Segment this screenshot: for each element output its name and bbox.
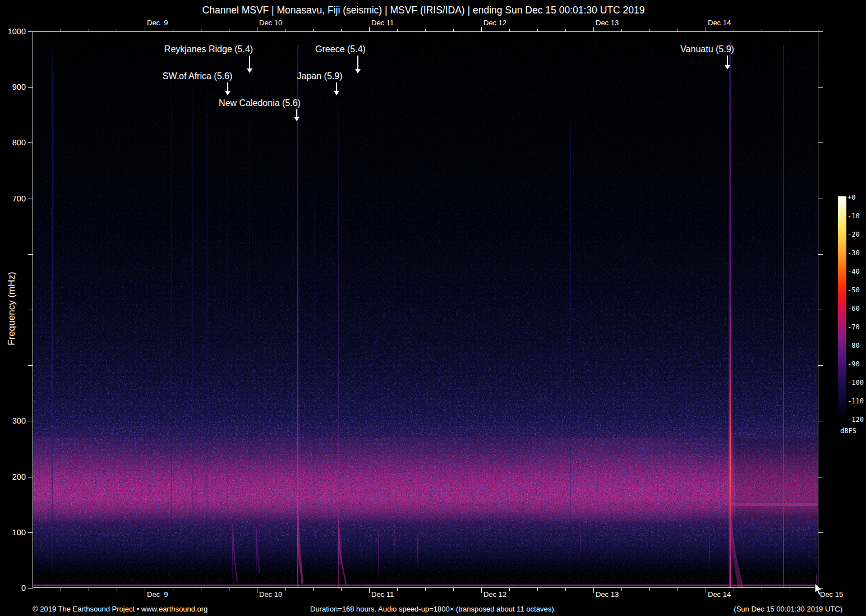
x-minor-tick-bottom <box>537 588 538 591</box>
x-minor-tick-bottom <box>89 588 89 591</box>
x-date-label-top: Dec 14 <box>708 19 731 27</box>
y-tick-left <box>28 254 33 255</box>
zero-hz-line-bright <box>33 585 818 586</box>
y-tick-label: 100 <box>0 528 26 537</box>
x-minor-tick-bottom <box>397 588 398 591</box>
x-minor-tick-top <box>734 29 734 31</box>
y-tick-left <box>28 421 33 421</box>
y-tick-right <box>818 365 823 366</box>
colorbar-tick-label: -110 <box>847 397 864 405</box>
event-arrow-head <box>225 91 231 95</box>
x-major-tick-bottom <box>481 588 482 593</box>
x-major-tick-top <box>481 27 482 31</box>
event-arrow-shaft <box>336 82 337 91</box>
x-minor-tick-top <box>229 29 229 31</box>
x-minor-tick-bottom <box>509 588 510 591</box>
x-minor-tick-top <box>790 29 790 31</box>
x-minor-tick-bottom <box>678 588 678 591</box>
x-minor-tick-top <box>565 29 566 31</box>
colorbar-tick-label: -100 <box>847 379 864 387</box>
y-tick-right <box>818 532 823 533</box>
event-streak <box>783 45 784 587</box>
colorbar-tick-label: -40 <box>847 268 860 275</box>
y-tick-left <box>28 365 33 366</box>
event-streak <box>314 168 314 561</box>
x-date-label-bottom: Dec 10 <box>259 590 282 599</box>
x-minor-tick-bottom <box>565 588 566 591</box>
spectrogram-plot-area <box>33 31 818 588</box>
event-label: SW.of Africa (5.6) <box>163 71 232 81</box>
spectrogram-figure: Channel MSVF | Monasavu, Fiji (seismic) … <box>0 0 866 616</box>
y-tick-right <box>818 199 823 199</box>
x-minor-tick-top <box>425 29 426 31</box>
x-date-label-bottom: Dec 9 <box>147 590 168 599</box>
event-arrow-head <box>247 68 252 73</box>
x-minor-tick-top <box>341 29 342 31</box>
x-minor-tick-top <box>762 29 762 31</box>
event-streak <box>570 115 570 583</box>
y-tick-left <box>28 532 33 533</box>
y-tick-left <box>28 31 33 32</box>
colorbar-title: dBFS <box>840 427 856 435</box>
event-arrow-shaft <box>727 56 728 66</box>
x-major-tick-bottom <box>257 588 257 593</box>
footer-copyright: © 2019 The Earthsound Project • www.eart… <box>33 605 208 613</box>
event-label: Reykjanes Ridge (5.4) <box>164 44 253 54</box>
x-major-tick-top <box>593 27 594 31</box>
event-arrow-head <box>334 91 339 95</box>
event-streak <box>580 527 581 561</box>
y-tick-right <box>818 254 823 255</box>
event-streak <box>192 84 193 587</box>
event-streak <box>249 76 250 533</box>
event-streak <box>378 527 379 586</box>
x-minor-tick-top <box>201 29 201 31</box>
x-minor-tick-bottom <box>341 588 342 591</box>
x-date-label-bottom: Dec 15 <box>820 590 843 599</box>
x-minor-tick-top <box>117 29 117 31</box>
x-date-label-top: Dec 9 <box>147 19 168 27</box>
y-tick-left <box>28 588 33 589</box>
event-streak <box>52 44 53 587</box>
x-date-label-top: Dec 11 <box>371 19 394 27</box>
x-date-label-bottom: Dec 13 <box>596 590 619 599</box>
x-date-label-bottom: Dec 12 <box>483 590 506 599</box>
y-tick-right <box>818 87 823 88</box>
x-minor-tick-bottom <box>173 588 173 591</box>
event-label: Vanuatu (5.9) <box>680 44 734 54</box>
x-minor-tick-top <box>61 29 61 31</box>
colorbar-tick-label: -120 <box>847 416 864 424</box>
y-tick-left <box>28 142 33 143</box>
x-minor-tick-bottom <box>453 588 454 591</box>
y-tick-right <box>818 477 823 477</box>
colorbar <box>838 196 846 420</box>
x-minor-tick-bottom <box>790 588 790 591</box>
event-label: New Caledonia (5.6) <box>219 98 301 108</box>
chart-title: Channel MSVF | Monasavu, Fiji (seismic) … <box>202 4 645 16</box>
x-major-tick-top <box>818 27 818 31</box>
x-major-tick-bottom <box>369 588 370 593</box>
footer-timestamp: (Sun Dec 15 00:01:30 2019 UTC) <box>734 605 842 613</box>
x-minor-tick-bottom <box>117 588 117 591</box>
event-streak <box>709 530 710 575</box>
y-tick-left <box>28 477 33 477</box>
x-minor-tick-top <box>453 29 454 31</box>
x-minor-tick-top <box>313 29 314 31</box>
x-minor-tick-bottom <box>425 588 426 591</box>
x-minor-tick-bottom <box>285 588 285 591</box>
event-streak <box>730 42 731 587</box>
colorbar-tick-label: -30 <box>847 249 860 257</box>
colorbar-tick-label: -90 <box>847 360 860 368</box>
colorbar-tick-label: +0 <box>847 194 855 201</box>
x-minor-tick-bottom <box>734 588 734 591</box>
x-minor-tick-top <box>537 29 538 31</box>
x-minor-tick-bottom <box>621 588 622 591</box>
event-arrow-shaft <box>296 109 297 117</box>
y-tick-label: 900 <box>0 82 26 91</box>
y-tick-label: 700 <box>0 194 26 203</box>
band-dim-right <box>735 438 818 520</box>
event-arrow-shaft <box>249 56 250 69</box>
x-date-label-top: Dec 13 <box>596 19 619 27</box>
x-minor-tick-top <box>173 29 173 31</box>
x-major-tick-top <box>145 27 145 31</box>
event-streak <box>417 533 418 569</box>
